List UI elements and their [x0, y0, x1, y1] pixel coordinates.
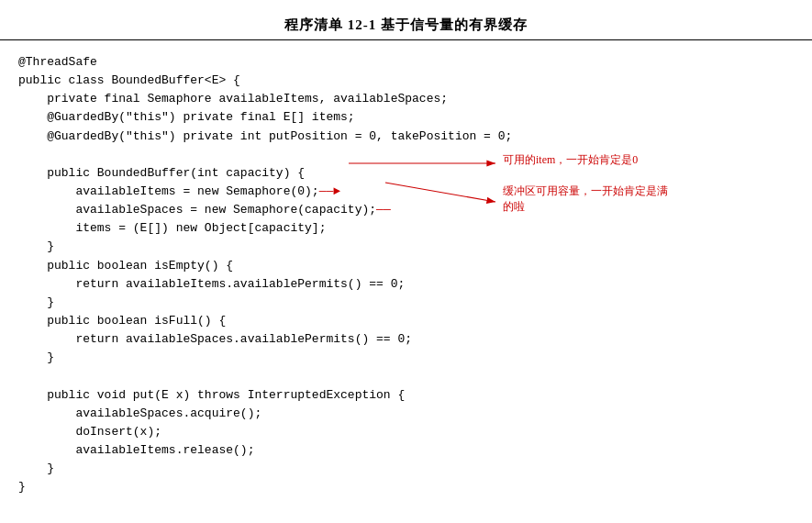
page-title: 程序清单 12-1 基于信号量的有界缓存: [0, 9, 812, 40]
code-line-14: }: [18, 294, 794, 312]
code-line-15: public boolean isFull() {: [18, 312, 794, 330]
code-line-18: [18, 367, 794, 385]
code-line-1: @ThreadSafe: [18, 53, 794, 72]
code-line-17: }: [18, 349, 794, 367]
code-line-6: [18, 146, 794, 164]
code-line-23: }: [18, 460, 794, 478]
code-line-12: public boolean isEmpty() {: [18, 257, 794, 275]
code-area: @ThreadSafe public class BoundedBuffer<E…: [0, 50, 812, 500]
code-line-24: }: [18, 478, 794, 496]
code-line-8: availableItems = new Semaphore(0);——►: [18, 183, 794, 201]
code-line-20: availableSpaces.acquire();: [18, 405, 794, 423]
annotation-text-1: 可用的item，一开始肯定是0: [503, 152, 638, 168]
code-line-10: items = (E[]) new Object[capacity];: [18, 219, 794, 238]
code-line-4: @GuardedBy("this") private final E[] ite…: [18, 108, 794, 127]
code-line-22: availableItems.release();: [18, 441, 794, 460]
annotation-text-2: 缓冲区可用容量，一开始肯定是满的啦: [503, 184, 668, 215]
code-line-7: public BoundedBuffer(int capacity) {: [18, 164, 794, 183]
code-line-9: availableSpaces = new Semaphore(capacity…: [18, 201, 794, 219]
code-line-19: public void put(E x) throws InterruptedE…: [18, 386, 794, 405]
code-line-9-container: availableSpaces = new Semaphore(capacity…: [18, 201, 794, 219]
code-line-5: @GuardedBy("this") private int putPositi…: [18, 128, 794, 146]
code-line-21: doInsert(x);: [18, 423, 794, 441]
code-line-8-container: availableItems = new Semaphore(0);——►: [18, 183, 794, 201]
code-line-2: public class BoundedBuffer<E> {: [18, 72, 794, 90]
code-line-3: private final Semaphore availableItems, …: [18, 90, 794, 108]
code-line-16: return availableSpaces.availablePermits(…: [18, 330, 794, 349]
code-line-11: }: [18, 238, 794, 256]
code-line-13: return availableItems.availablePermits()…: [18, 275, 794, 294]
